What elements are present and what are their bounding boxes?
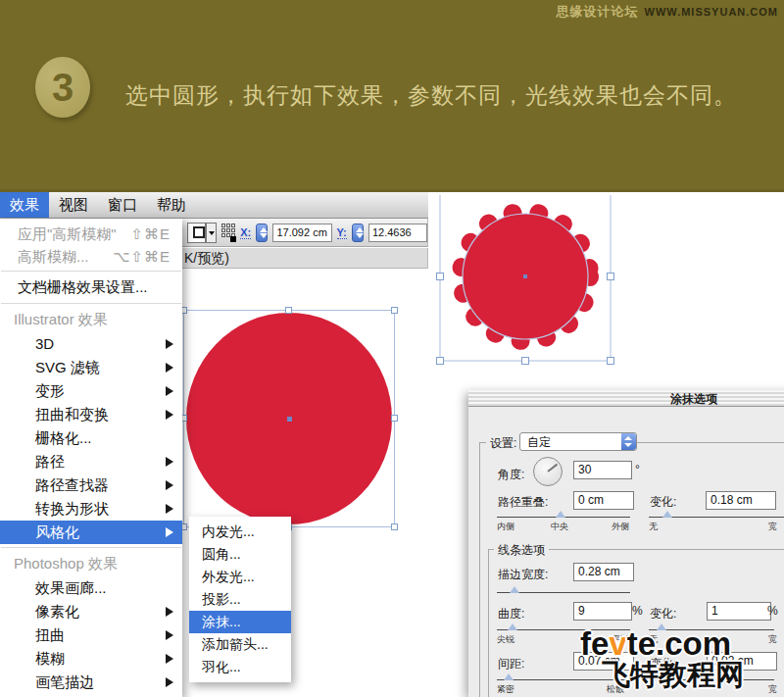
- shortcut-label: ⌥⇧⌘E: [113, 245, 171, 268]
- curviness-label: 曲度:: [498, 606, 524, 622]
- overlap-variation-label: 变化:: [650, 494, 676, 511]
- settings-preset-dropdown[interactable]: 自定: [519, 432, 637, 451]
- settings-label: 设置:: [486, 435, 520, 452]
- slider-thumb-icon[interactable]: [510, 586, 519, 593]
- banner-heading: 选中圆形，执行如下效果，参数不同，光线效果也会不同。: [125, 80, 737, 111]
- step-up-icon: [260, 227, 268, 232]
- curviness-field[interactable]: [573, 602, 632, 621]
- stroke-width-field[interactable]: [573, 563, 634, 581]
- overlap-variation-field[interactable]: [706, 491, 776, 510]
- selection-handle[interactable]: [285, 307, 292, 314]
- overlap-slider-left-label: 内侧: [497, 521, 514, 533]
- angle-label: 角度:: [498, 467, 524, 483]
- x-position-field[interactable]: 17.092 cm: [272, 224, 331, 242]
- submenu-arrow-icon: [166, 654, 173, 664]
- effects-menu: 应用"高斯模糊"⇧⌘E 高斯模糊...⌥⇧⌘E 文档栅格效果设置... Illu…: [0, 219, 182, 697]
- submenu-item-drop-shadow[interactable]: 投影...: [189, 588, 291, 611]
- overlap-variation-slider-track[interactable]: [649, 517, 784, 518]
- selection-handle[interactable]: [391, 523, 398, 530]
- menu-separator: [1, 303, 181, 304]
- menu-item-pixelate[interactable]: 像素化: [0, 600, 182, 623]
- submenu-item-feather[interactable]: 羽化...: [189, 656, 291, 678]
- scribble-svg: [431, 195, 619, 370]
- menu-item-stylize[interactable]: 风格化: [0, 521, 182, 544]
- dropdown-arrow-icon: [209, 231, 215, 235]
- selection-handle[interactable]: [391, 415, 398, 422]
- submenu-arrow-icon: [166, 339, 173, 349]
- overlap-slider-track[interactable]: [497, 517, 630, 518]
- menu-item-effect-gallery[interactable]: 效果画廊...: [0, 576, 182, 600]
- variation-slider-right-label: 宽: [768, 521, 777, 533]
- menu-item-distort[interactable]: 扭曲: [0, 623, 182, 647]
- menu-item-pathfinder[interactable]: 路径查找器: [0, 473, 182, 497]
- menu-item-blur[interactable]: 模糊: [0, 647, 182, 671]
- menu-item-path[interactable]: 路径: [0, 450, 182, 473]
- watermark-logo: fevte.com: [580, 627, 744, 660]
- menubar-item-view[interactable]: 视图: [49, 192, 98, 218]
- menu-item-convert-to-shape[interactable]: 转换为形状: [0, 497, 182, 521]
- submenu-arrow-icon: [166, 410, 173, 420]
- watermark: fevte.com 飞特教程网: [580, 627, 744, 689]
- menu-header-photoshop-effects: Photoshop 效果: [0, 551, 182, 576]
- appearance-style-button[interactable]: [187, 223, 206, 243]
- menu-separator: [1, 547, 181, 548]
- spacing-label: 间距:: [498, 656, 524, 672]
- menu-item-gaussian-blur[interactable]: 高斯模糊...⌥⇧⌘E: [0, 245, 182, 268]
- submenu-item-scribble[interactable]: 涂抹...: [189, 611, 291, 633]
- submenu-item-add-arrowheads[interactable]: 添加箭头...: [189, 633, 291, 656]
- step-badge: 3: [35, 57, 90, 118]
- degree-symbol: °: [635, 463, 640, 476]
- scribbled-circle-artwork[interactable]: [431, 195, 619, 370]
- menubar-item-effect[interactable]: 效果: [0, 192, 49, 218]
- slider-thumb-icon[interactable]: [508, 623, 517, 630]
- menu-header-illustrator-effects: Illustrator 效果: [0, 307, 182, 332]
- curviness-variation-field[interactable]: [707, 602, 771, 621]
- curviness-slider-left-label: 尖锐: [497, 633, 514, 646]
- submenu-arrow-icon: [166, 677, 173, 687]
- step-down-icon: [356, 233, 364, 238]
- style-dropdown-button[interactable]: [206, 223, 217, 243]
- menu-item-document-raster-settings[interactable]: 文档栅格效果设置...: [0, 274, 182, 300]
- variation-slider-right-label: 宽: [768, 683, 777, 696]
- submenu-item-outer-glow[interactable]: 外发光...: [189, 566, 291, 588]
- submenu-arrow-icon: [166, 480, 173, 490]
- stroke-width-slider-track[interactable]: [497, 592, 630, 593]
- slider-thumb-icon[interactable]: [556, 511, 565, 518]
- x-axis-label: X:: [240, 226, 251, 239]
- submenu-item-round-corners[interactable]: 圆角...: [189, 543, 291, 566]
- control-toolbar: X: 17.092 cm Y: 12.4636 cm: [182, 219, 428, 247]
- step-up-icon: [356, 227, 364, 232]
- app-menubar: 效果 视图 窗口 帮助: [0, 192, 428, 219]
- menubar-item-window[interactable]: 窗口: [98, 192, 147, 218]
- angle-field[interactable]: [573, 461, 632, 479]
- menu-item-3d[interactable]: 3D: [0, 332, 182, 356]
- watermark-site-name: 飞特教程网: [602, 661, 744, 689]
- submenu-arrow-icon: [166, 527, 173, 537]
- slider-thumb-icon[interactable]: [504, 673, 514, 680]
- overlap-slider-center-label: 中央: [551, 521, 568, 533]
- reference-point-grid-icon[interactable]: [221, 224, 235, 241]
- menu-item-rasterize[interactable]: 栅格化...: [0, 426, 182, 450]
- slider-thumb-icon[interactable]: [662, 511, 672, 518]
- menubar-item-help[interactable]: 帮助: [147, 192, 196, 218]
- angle-dial[interactable]: [533, 457, 563, 486]
- menu-item-distort-transform[interactable]: 扭曲和变换: [0, 403, 182, 426]
- x-stepper[interactable]: [256, 224, 268, 242]
- submenu-arrow-icon: [166, 386, 173, 396]
- menu-item-apply-gaussian-blur[interactable]: 应用"高斯模糊"⇧⌘E: [0, 223, 182, 245]
- y-stepper[interactable]: [352, 224, 364, 242]
- y-position-field[interactable]: 12.4636 cm: [368, 224, 427, 242]
- step-number: 3: [52, 66, 74, 109]
- dialog-titlebar[interactable]: 涂抹选项: [468, 390, 784, 407]
- shortcut-label: ⇧⌘E: [130, 223, 171, 245]
- selection-handle[interactable]: [391, 307, 398, 314]
- menu-item-warp[interactable]: 变形: [0, 379, 182, 403]
- menu-item-brush-strokes[interactable]: 画笔描边: [0, 671, 182, 694]
- path-overlap-field[interactable]: [573, 491, 634, 510]
- style-square-icon: [193, 226, 205, 238]
- submenu-arrow-icon: [166, 504, 173, 514]
- step-down-icon: [260, 233, 268, 238]
- site-credit: 思缘设计论坛WWW.MISSYUAN.COM: [557, 2, 778, 21]
- menu-item-svg-filters[interactable]: SVG 滤镜: [0, 356, 182, 379]
- submenu-item-inner-glow[interactable]: 内发光...: [189, 521, 291, 543]
